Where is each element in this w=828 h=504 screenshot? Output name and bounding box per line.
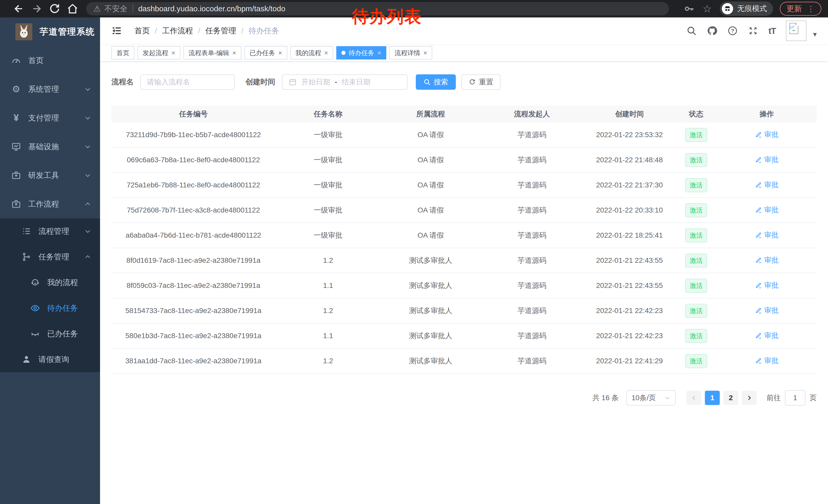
sidebar-item-task-mgmt[interactable]: 任务管理: [0, 244, 100, 270]
tab-发起流程[interactable]: 发起流程×: [137, 46, 180, 59]
cell-actions: 审批: [717, 205, 817, 215]
github-icon[interactable]: [707, 26, 717, 36]
search-button[interactable]: 搜索: [416, 74, 456, 90]
table-row: 75d72608-7b7f-11ec-a3c8-acde48001122一级审批…: [111, 198, 817, 223]
sidebar-item-leave-query[interactable]: 请假查询: [0, 347, 100, 372]
sidebar-item-home[interactable]: 首页: [0, 46, 100, 75]
user-face-icon: [30, 278, 40, 287]
breadcrumb-item[interactable]: 首页: [134, 26, 150, 36]
avatar[interactable]: [786, 20, 806, 41]
sidebar-item-devtools[interactable]: 研发工具: [0, 161, 100, 190]
sidebar-item-todo-task[interactable]: 待办任务: [0, 295, 100, 321]
browser-forward-icon[interactable]: [31, 3, 43, 15]
page-size-select[interactable]: 10条/页: [626, 390, 676, 406]
table-row: 73211d9d-7b9b-11ec-b5b7-acde48001122一级审批…: [111, 123, 817, 148]
chevron-down-icon: [84, 172, 91, 179]
next-page-button[interactable]: [742, 391, 757, 405]
pagination: 共 16 条 10条/页 12 前往 1 页: [111, 390, 817, 406]
tab-label: 首页: [117, 49, 129, 57]
prev-page-button[interactable]: [687, 391, 701, 405]
approve-link[interactable]: 审批: [755, 180, 779, 190]
goto-page-input[interactable]: 1: [785, 390, 805, 406]
approve-link[interactable]: 审批: [755, 356, 779, 366]
update-button[interactable]: 更新 ⋮: [780, 2, 821, 16]
cell-starter: 芋道源码: [481, 281, 583, 290]
breadcrumb-item[interactable]: 工作流程: [162, 26, 193, 36]
close-icon[interactable]: ×: [233, 49, 236, 57]
sidebar-item-done-task[interactable]: 已办任务: [0, 321, 100, 347]
bookmark-star-icon[interactable]: ☆: [702, 3, 713, 14]
avatar-caret-down-icon[interactable]: ▾: [813, 30, 817, 39]
approve-link[interactable]: 审批: [755, 155, 779, 165]
sidebar-item-label: 我的流程: [47, 277, 78, 288]
close-icon[interactable]: ×: [423, 49, 427, 57]
cell-created: 2022-01-22 23:53:32: [583, 131, 676, 139]
reset-button[interactable]: 重置: [461, 74, 500, 90]
sidebar-item-system[interactable]: ⚙系统管理: [0, 75, 100, 103]
cell-created: 2022-01-21 22:43:55: [583, 256, 676, 265]
tab-已办任务[interactable]: 已办任务×: [244, 46, 287, 59]
process-name-input[interactable]: 请输入流程名: [140, 74, 235, 90]
status-badge: 激活: [685, 178, 707, 192]
page-button-1[interactable]: 1: [705, 391, 720, 405]
chevron-down-icon: [84, 114, 91, 122]
approve-link[interactable]: 审批: [755, 205, 779, 215]
sidebar-item-process-mgmt[interactable]: 流程管理: [0, 218, 100, 244]
browser-menu-dots-icon[interactable]: ⋮: [807, 4, 815, 13]
cell-name: 一级审批: [276, 205, 381, 215]
close-icon[interactable]: ×: [324, 49, 328, 57]
tab-流程详情[interactable]: 流程详情×: [389, 46, 432, 59]
sidebar-item-payment[interactable]: ¥支付管理: [0, 103, 100, 132]
annotation-overlay-text: 待办列表: [352, 5, 422, 28]
not-secure-label[interactable]: 不安全: [105, 4, 127, 14]
sidebar-item-workflow[interactable]: 工作流程: [0, 190, 100, 218]
sidebar: 芋道管理系统 首页⚙系统管理¥支付管理基础设施研发工具工作流程流程管理任务管理我…: [0, 17, 100, 504]
edit-pencil-icon: [755, 181, 762, 188]
table-body: 73211d9d-7b9b-11ec-b5b7-acde48001122一级审批…: [111, 123, 817, 374]
app-logo-block[interactable]: 芋道管理系统: [0, 17, 100, 46]
search-icon[interactable]: [687, 26, 697, 36]
browser-reload-icon[interactable]: [49, 3, 60, 15]
browser-back-icon[interactable]: [13, 3, 25, 15]
tab-首页[interactable]: 首页: [111, 46, 134, 59]
url-text[interactable]: dashboard.yudao.iocoder.cn/bpm/task/todo: [138, 4, 286, 13]
page-size-value: 10条/页: [631, 393, 656, 403]
tab-我的流程[interactable]: 我的流程×: [290, 46, 333, 59]
close-icon[interactable]: ×: [171, 49, 175, 57]
cell-actions: 审批: [717, 255, 817, 266]
font-size-icon[interactable]: tT: [769, 26, 776, 36]
cell-process: OA 请假: [381, 155, 481, 165]
list-icon: [22, 226, 31, 236]
approve-link[interactable]: 审批: [755, 230, 779, 240]
help-icon[interactable]: ?: [728, 26, 738, 36]
column-header: 状态: [676, 109, 717, 119]
approve-link[interactable]: 审批: [755, 306, 779, 315]
page-button-2[interactable]: 2: [723, 391, 738, 405]
tab-流程表单-编辑[interactable]: 流程表单-编辑×: [183, 46, 241, 59]
sidebar-fold-icon[interactable]: [111, 26, 122, 36]
browser-home-icon[interactable]: [67, 3, 79, 15]
cell-status: 激活: [676, 254, 717, 268]
sidebar-item-label: 任务管理: [38, 252, 69, 262]
incognito-icon: [722, 3, 733, 14]
close-icon[interactable]: ×: [278, 49, 282, 57]
cell-created: 2022-01-22 18:25:41: [583, 231, 676, 239]
approve-link[interactable]: 审批: [755, 280, 779, 290]
fullscreen-icon[interactable]: [748, 26, 758, 36]
approve-link[interactable]: 审批: [755, 331, 779, 340]
calendar-icon: [289, 78, 297, 86]
cell-id: 069c6a63-7b8a-11ec-8ef0-acde48001122: [111, 156, 276, 164]
active-tab-dot: [341, 51, 345, 55]
sidebar-item-my-process[interactable]: 我的流程: [0, 270, 100, 295]
breadcrumb-item[interactable]: 任务管理: [205, 26, 236, 36]
chevron-down-icon: [84, 143, 91, 150]
process-name-placeholder: 请输入流程名: [147, 77, 190, 87]
password-key-icon[interactable]: [684, 3, 695, 14]
sidebar-item-infra[interactable]: 基础设施: [0, 132, 100, 161]
close-icon[interactable]: ×: [377, 49, 381, 57]
date-range-input[interactable]: 开始日期 - 结束日期: [282, 74, 408, 90]
tab-待办任务[interactable]: 待办任务×: [336, 46, 386, 59]
approve-link[interactable]: 审批: [755, 130, 779, 139]
approve-link[interactable]: 审批: [755, 255, 779, 265]
cell-name: 一级审批: [276, 180, 381, 190]
